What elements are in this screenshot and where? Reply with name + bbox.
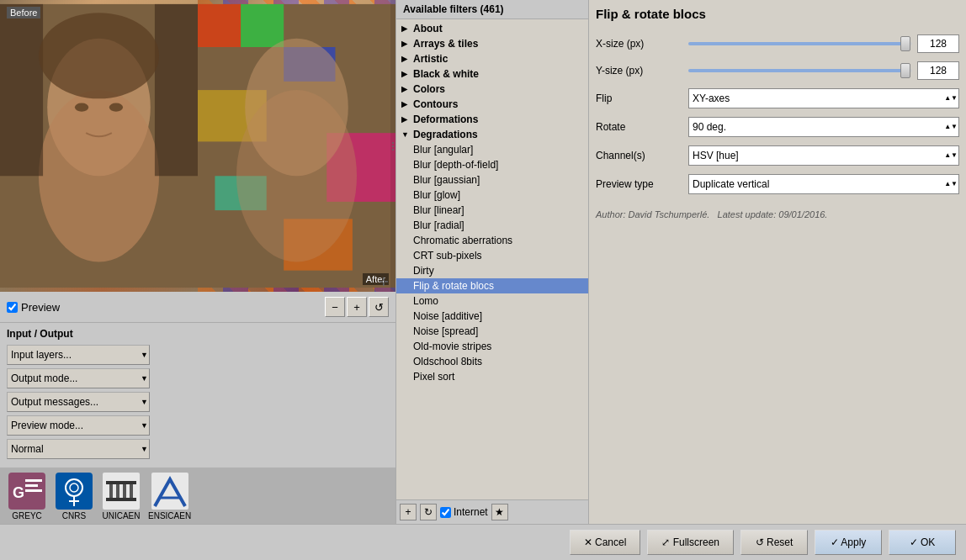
filter-blur-radial[interactable]: Blur [radial] [396, 218, 588, 233]
preview-label: Preview [21, 301, 60, 314]
channels-select[interactable]: All HSV [hue] HSV [saturation] HSV [valu… [688, 145, 959, 166]
cnrs-logo: CNRS [54, 471, 94, 520]
filter-blur-glow[interactable]: Blur [glow] [396, 188, 588, 203]
messages-row: Output messages... [7, 392, 389, 412]
rotate-control: 0 deg. 90 deg. 180 deg. 270 deg. [688, 117, 959, 137]
category-black-white[interactable]: ▶ Black & white [396, 66, 588, 82]
blend-select[interactable]: Normal [7, 439, 150, 459]
filter-blur-angular[interactable]: Blur [angular] [396, 142, 588, 157]
rotate-select[interactable]: 0 deg. 90 deg. 180 deg. 270 deg. [688, 117, 959, 137]
split-handle[interactable] [390, 0, 395, 292]
filter-flip-rotate-blocs[interactable]: Flip & rotate blocs [396, 278, 588, 293]
preview-checkbox[interactable] [7, 302, 18, 313]
update-date: 09/01/2016. [778, 209, 827, 219]
preview-type-label: Preview type [596, 178, 688, 190]
preview-type-select[interactable]: Full Duplicate vertical Duplicate horizo… [688, 174, 959, 194]
category-contours[interactable]: ▶ Contours [396, 97, 588, 112]
category-colors[interactable]: ▶ Colors [396, 82, 588, 97]
category-arrays-label: Arrays & tiles [413, 38, 478, 50]
ensicaen-icon [150, 471, 190, 511]
xsize-value[interactable]: 128 [917, 34, 959, 53]
xsize-slider[interactable] [688, 42, 912, 45]
filter-lomo[interactable]: Lomo [396, 293, 588, 309]
favorite-button[interactable]: ★ [491, 504, 508, 520]
zoom-plus-button[interactable]: + [347, 297, 367, 317]
filter-dirty[interactable]: Dirty [396, 263, 588, 278]
add-filter-button[interactable]: + [400, 504, 417, 520]
filter-blur-gaussian[interactable]: Blur [gaussian] [396, 172, 588, 188]
filter-noise-spread[interactable]: Noise [spread] [396, 324, 588, 339]
ysize-row: Y-size (px) 128 [596, 61, 959, 80]
output-select[interactable]: Output mode... [7, 368, 150, 388]
refresh-filters-button[interactable]: ↻ [420, 504, 437, 520]
zoom-minus-button[interactable]: − [325, 297, 345, 317]
category-contours-label: Contours [413, 98, 458, 110]
svg-rect-30 [106, 498, 136, 501]
xsize-label: X-size (px) [596, 38, 688, 50]
cnrs-label: CNRS [62, 511, 86, 520]
category-deformations[interactable]: ▶ Deformations [396, 112, 588, 127]
flip-control: None X-axis Y-axis XY-axes [688, 88, 959, 108]
ysize-value[interactable]: 128 [917, 61, 959, 80]
reset-button[interactable]: ↺ Reset [740, 530, 808, 555]
flip-select[interactable]: None X-axis Y-axis XY-axes [688, 88, 959, 108]
filter-chromatic-aberrations[interactable]: Chromatic aberrations [396, 233, 588, 248]
filter-oldschool-8bits[interactable]: Oldschool 8bits [396, 354, 588, 369]
filter-list[interactable]: ▶ About ▶ Arrays & tiles ▶ Artistic ▶ Bl… [396, 19, 588, 499]
arrow-deformations: ▶ [401, 115, 411, 124]
arrow-about: ▶ [401, 24, 411, 33]
svg-text:G: G [13, 484, 24, 501]
channels-control: All HSV [hue] HSV [saturation] HSV [valu… [688, 145, 959, 166]
category-artistic[interactable]: ▶ Artistic [396, 51, 588, 66]
input-select-wrapper: Input layers... [7, 345, 150, 365]
category-colors-label: Colors [413, 83, 445, 95]
filter-crt-sub-pixels[interactable]: CRT sub-pixels [396, 248, 588, 263]
before-label: Before [7, 7, 40, 18]
filter-blur-dof[interactable]: Blur [depth-of-field] [396, 157, 588, 172]
input-select[interactable]: Input layers... [7, 345, 150, 365]
ensicaen-label: ENSICAEN [148, 511, 191, 520]
filter-panel: Available filters (461) ▶ About ▶ Arrays… [395, 0, 589, 524]
zoom-reset-button[interactable]: ↺ [369, 297, 389, 317]
svg-rect-33 [123, 484, 126, 498]
messages-select-wrapper: Output messages... [7, 392, 150, 412]
filter-noise-additive[interactable]: Noise [additive] [396, 309, 588, 324]
xsize-slider-thumb[interactable] [900, 36, 910, 51]
author-name: David Tschumperlé. [629, 209, 710, 219]
category-degradations[interactable]: ▼ Degradations [396, 127, 588, 142]
filter-old-movie[interactable]: Old-movie stripes [396, 339, 588, 354]
ysize-slider[interactable] [688, 69, 912, 72]
input-row: Input layers... [7, 345, 389, 365]
channels-select-wrapper: All HSV [hue] HSV [saturation] HSV [valu… [688, 145, 959, 166]
image-before [0, 0, 198, 292]
rotate-select-wrapper: 0 deg. 90 deg. 180 deg. 270 deg. [688, 117, 959, 137]
category-deformations-label: Deformations [413, 114, 478, 125]
filter-header: Available filters (461) [396, 0, 588, 19]
zoom-handle[interactable]: ✛ [379, 275, 392, 288]
image-panel: Before [0, 0, 395, 524]
fullscreen-button[interactable]: ⤢ Fullscreen [647, 530, 734, 555]
messages-select[interactable]: Output messages... [7, 392, 150, 412]
update-label: Latest update: [718, 209, 777, 219]
svg-point-7 [109, 103, 123, 111]
filter-pixel-sort[interactable]: Pixel sort [396, 369, 588, 384]
xsize-control: 128 [688, 34, 959, 53]
ysize-slider-thumb[interactable] [900, 63, 910, 78]
apply-button[interactable]: ✓ Apply [815, 530, 882, 555]
svg-rect-34 [130, 484, 133, 498]
category-bw-label: Black & white [413, 68, 479, 80]
internet-checkbox[interactable] [440, 507, 451, 518]
category-about[interactable]: ▶ About [396, 21, 588, 36]
category-arrays-tiles[interactable]: ▶ Arrays & tiles [396, 36, 588, 51]
logos-area: G GREYC [0, 468, 395, 524]
category-degradations-label: Degradations [413, 129, 478, 140]
filter-blur-linear[interactable]: Blur [linear] [396, 203, 588, 218]
cancel-button[interactable]: ✕ Cancel [570, 530, 641, 555]
arrow-contours: ▶ [401, 100, 411, 108]
ysize-control: 128 [688, 61, 959, 80]
preview-mode-select[interactable]: Preview mode... [7, 415, 150, 436]
ok-button[interactable]: ✓ OK [889, 530, 956, 555]
svg-rect-32 [116, 484, 119, 498]
svg-rect-31 [109, 484, 113, 498]
io-section: Input / Output Input layers... Output mo… [0, 322, 395, 468]
